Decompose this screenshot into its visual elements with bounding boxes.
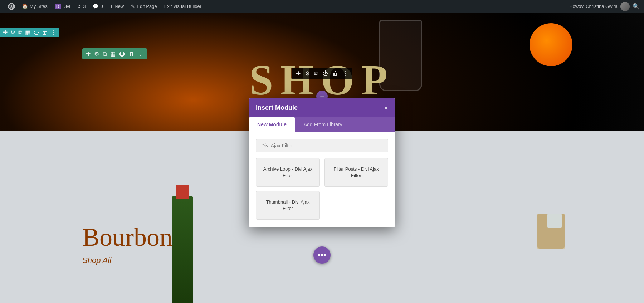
- module-search-input[interactable]: [256, 139, 388, 152]
- module-settings-icon[interactable]: ⚙: [305, 70, 310, 77]
- tab-new-module[interactable]: New Module: [249, 117, 295, 132]
- bourbon-section: Bourbon Shop All: [82, 223, 172, 267]
- row-duplicate-icon[interactable]: ⧉: [103, 51, 107, 57]
- insert-module-modal: Insert Module × New Module Add From Libr…: [249, 98, 395, 227]
- divi-menu[interactable]: D Divi: [51, 0, 74, 13]
- section-more-icon[interactable]: ⋮: [50, 29, 56, 36]
- comments-count: 0: [100, 4, 103, 9]
- section-settings-icon[interactable]: ⚙: [10, 29, 15, 36]
- new-label: New: [114, 4, 124, 9]
- section-toolbar: ✚ ⚙ ⧉ ▦ ⏻ 🗑 ⋮: [0, 28, 59, 37]
- updates-menu[interactable]: ↺ 3: [74, 0, 89, 13]
- module-toolbar: ✚ ⚙ ⧉ ⏻ 🗑 ⋮: [292, 68, 352, 79]
- section-add-icon[interactable]: ✚: [3, 29, 8, 36]
- row-layout-icon[interactable]: ▦: [110, 50, 116, 57]
- row-toolbar: ✚ ⚙ ⧉ ▦ ⏻ 🗑 ⋮: [82, 48, 147, 59]
- tab-add-from-library[interactable]: Add From Library: [295, 117, 351, 132]
- modal-header: Insert Module ×: [249, 98, 395, 117]
- dots-icon: •••: [318, 250, 326, 260]
- divi-label: Divi: [63, 4, 70, 9]
- user-greeting: Howdy, Christina Gwira: [569, 4, 618, 9]
- divi-icon: D: [55, 4, 61, 9]
- row-add-icon[interactable]: ✚: [86, 50, 91, 57]
- section-delete-icon[interactable]: 🗑: [42, 29, 48, 36]
- section-layout-icon[interactable]: ▦: [25, 29, 30, 36]
- my-sites-label: My Sites: [30, 4, 48, 9]
- module-duplicate-icon[interactable]: ⧉: [314, 70, 318, 77]
- module-item-archive-loop[interactable]: Archive Loop - Divi Ajax Filter: [256, 158, 320, 187]
- modal-close-button[interactable]: ×: [384, 104, 388, 112]
- modal-tabs: New Module Add From Library: [249, 117, 395, 132]
- shop-all-underline: [82, 267, 111, 267]
- modal-body: Archive Loop - Divi Ajax Filter Filter P…: [249, 132, 395, 227]
- new-menu[interactable]: + New: [107, 0, 128, 13]
- wordpress-logo[interactable]: [4, 0, 19, 13]
- user-avatar: [620, 2, 630, 11]
- row-more-icon[interactable]: ⋮: [138, 50, 143, 57]
- module-item-filter-posts[interactable]: Filter Posts - Divi Ajax Filter: [324, 158, 388, 187]
- bottle-cap: [176, 185, 189, 199]
- admin-bar-right: Howdy, Christina Gwira 🔍: [569, 2, 640, 11]
- module-grid: Archive Loop - Divi Ajax Filter Filter P…: [256, 158, 388, 220]
- edit-page-label: Edit Page: [137, 4, 157, 9]
- new-icon: +: [110, 4, 113, 9]
- section-duplicate-icon[interactable]: ⧉: [18, 29, 22, 36]
- admin-bar: 🏠 My Sites D Divi ↺ 3 💬 0 + New ✎ Edit P…: [0, 0, 644, 13]
- edit-icon: ✎: [131, 4, 135, 9]
- exit-visual-builder-label: Exit Visual Builder: [164, 4, 202, 9]
- hero-orange-decoration: [530, 23, 572, 66]
- page-area: ✚ ⚙ ⧉ ▦ ⏻ 🗑 ⋮ ✚ ⚙ ⧉ ▦ ⏻ 🗑 ⋮ SHOP ✚ ⚙ ⧉ ⏻…: [0, 13, 644, 303]
- module-add-icon[interactable]: ✚: [296, 70, 301, 77]
- edit-page-menu[interactable]: ✎ Edit Page: [127, 0, 160, 13]
- row-disable-icon[interactable]: ⏻: [119, 51, 125, 57]
- row-settings-icon[interactable]: ⚙: [94, 50, 99, 57]
- row-delete-icon[interactable]: 🗑: [128, 51, 134, 57]
- module-delete-icon[interactable]: 🗑: [332, 70, 338, 77]
- updates-icon: ↺: [77, 4, 81, 9]
- admin-search-icon[interactable]: 🔍: [633, 3, 640, 10]
- my-sites-icon: 🏠: [22, 4, 28, 9]
- comments-menu[interactable]: 💬 0: [89, 0, 106, 13]
- module-disable-icon[interactable]: ⏻: [322, 70, 328, 77]
- floating-options-button[interactable]: •••: [313, 246, 331, 264]
- bourbon-title: Bourbon: [82, 223, 172, 252]
- section-disable-icon[interactable]: ⏻: [33, 29, 39, 36]
- shop-all-link[interactable]: Shop All: [82, 256, 172, 265]
- exit-visual-builder-menu[interactable]: Exit Visual Builder: [161, 0, 205, 13]
- ice-cube: [547, 214, 562, 228]
- wine-bottle: [172, 196, 193, 303]
- my-sites-menu[interactable]: 🏠 My Sites: [19, 0, 51, 13]
- updates-count: 3: [83, 4, 86, 9]
- modal-title: Insert Module: [256, 104, 298, 112]
- module-more-icon[interactable]: ⋮: [342, 70, 348, 77]
- comments-icon: 💬: [93, 4, 98, 9]
- module-item-thumbnail[interactable]: Thumbnail - Divi Ajax Filter: [256, 191, 320, 220]
